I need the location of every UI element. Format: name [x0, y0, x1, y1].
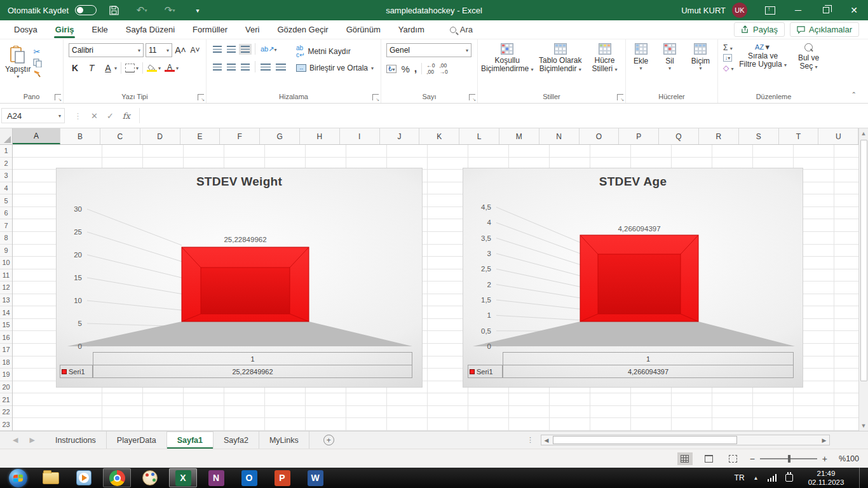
ribbon-tab-dosya[interactable]: Dosya — [5, 20, 46, 39]
cut-icon[interactable]: ✂ — [33, 47, 42, 57]
row-header-3[interactable]: 3 — [0, 170, 12, 182]
insert-function-icon[interactable]: fx — [123, 111, 130, 121]
row-header-2[interactable]: 2 — [0, 158, 12, 170]
row-header-17[interactable]: 17 — [0, 344, 12, 356]
font-dialog-launcher[interactable] — [198, 94, 204, 100]
paste-button[interactable]: Yapıştır ▾ — [5, 46, 31, 79]
column-header-C[interactable]: C — [100, 128, 140, 144]
column-header-K[interactable]: K — [419, 128, 459, 144]
number-dialog-launcher[interactable] — [469, 94, 475, 100]
find-select-button[interactable]: Bul ve Seç ▾ — [792, 43, 825, 72]
row-header-5[interactable]: 5 — [0, 194, 12, 207]
sheet-tab-mylinks[interactable]: MyLinks — [259, 431, 309, 449]
sheetbar-dots[interactable]: ⋮ — [527, 436, 541, 444]
taskbar-word-icon[interactable]: W — [301, 468, 329, 487]
taskbar-excel-icon[interactable]: X — [169, 468, 197, 487]
merge-center-button[interactable]: ↔ Birleştir ve Ortala ▾ — [296, 64, 374, 72]
customize-qat-icon[interactable]: ▾ — [187, 2, 208, 18]
styles-dialog-launcher[interactable] — [617, 94, 623, 100]
undo-icon[interactable]: ↶ ▾ — [131, 2, 153, 18]
align-center-icon[interactable] — [227, 64, 236, 71]
taskbar-paint-icon[interactable] — [136, 468, 164, 487]
orientation-icon[interactable]: ab↗▾ — [261, 45, 276, 53]
ribbon-tab-veri[interactable]: Veri — [236, 20, 268, 39]
fill-icon[interactable]: ↓▾ — [723, 54, 732, 62]
select-all-corner[interactable] — [0, 128, 13, 144]
column-header-O[interactable]: O — [580, 128, 620, 144]
autosum-icon[interactable]: Σ ▾ — [723, 43, 734, 52]
format-painter-icon[interactable] — [33, 69, 42, 78]
align-right-icon[interactable] — [241, 64, 250, 71]
taskbar-powerpoint-icon[interactable]: P — [268, 468, 296, 487]
redo-icon[interactable]: ↷ ▾ — [159, 2, 180, 18]
decrease-decimal-icon[interactable]: ,00→0 — [439, 62, 447, 75]
number-format-combo[interactable]: Genel▾ — [386, 43, 471, 57]
column-header-Q[interactable]: Q — [659, 128, 699, 144]
page-layout-view-button[interactable] — [702, 452, 717, 465]
row-header-14[interactable]: 14 — [0, 306, 12, 319]
sheet-tab-sayfa1[interactable]: Sayfa1 — [167, 431, 214, 449]
italic-button[interactable]: T — [85, 63, 98, 73]
show-desktop-button[interactable] — [859, 468, 865, 488]
alignment-dialog-launcher[interactable] — [372, 94, 379, 100]
column-header-E[interactable]: E — [180, 128, 220, 144]
align-middle-icon[interactable] — [227, 46, 236, 53]
ribbon-tab-giriş[interactable]: Giriş — [46, 20, 83, 39]
sheet-nav-left-icon[interactable]: ◀ — [13, 436, 18, 444]
column-header-U[interactable]: U — [818, 128, 858, 144]
accounting-format-icon[interactable]: ₺▾ — [386, 65, 397, 73]
ribbon-tab-gözden-geçir[interactable]: Gözden Geçir — [268, 20, 337, 39]
comments-button[interactable]: Açıklamalar — [790, 22, 859, 37]
power-icon[interactable] — [785, 474, 793, 482]
column-header-R[interactable]: R — [699, 128, 739, 144]
taskbar-media-player-icon[interactable] — [70, 468, 98, 487]
chart-stdev-weight[interactable]: 30252015105025,22849962STDEV Weight1Seri… — [56, 168, 423, 388]
row-header-9[interactable]: 9 — [0, 245, 12, 257]
column-header-S[interactable]: S — [739, 128, 779, 144]
row-header-18[interactable]: 18 — [0, 356, 12, 369]
font-color-button[interactable]: A▾ — [165, 64, 179, 72]
wrap-text-button[interactable]: abc↵ Metni Kaydır — [296, 44, 374, 58]
ribbon-tab-formüller[interactable]: Formüller — [184, 20, 236, 39]
format-as-table-button[interactable]: Tablo Olarak Biçimlendir ▾ — [534, 43, 587, 74]
column-header-T[interactable]: T — [779, 128, 819, 144]
zoom-in-icon[interactable]: + — [822, 454, 827, 464]
column-header-H[interactable]: H — [300, 128, 340, 144]
horizontal-scrollbar[interactable]: ◀ ▶ — [541, 435, 830, 445]
taskbar-onenote-icon[interactable]: N — [202, 468, 230, 487]
align-left-icon[interactable] — [213, 64, 222, 71]
enter-icon[interactable]: ✓ — [107, 111, 114, 121]
row-header-16[interactable]: 16 — [0, 331, 12, 344]
align-bottom-icon[interactable] — [241, 46, 250, 53]
sheet-tab-playerdata[interactable]: PlayerData — [107, 431, 167, 449]
taskbar-file-explorer-icon[interactable] — [37, 468, 65, 487]
delete-cells-button[interactable]: Sil▾ — [663, 43, 676, 71]
sheet-tab-sayfa2[interactable]: Sayfa2 — [214, 431, 259, 449]
row-header-23[interactable]: 23 — [0, 418, 12, 431]
bold-button[interactable]: K — [69, 63, 81, 73]
zoom-slider[interactable] — [760, 458, 817, 459]
cell-styles-button[interactable]: Hücre Stilleri ▾ — [587, 43, 623, 74]
formula-input[interactable] — [139, 108, 868, 123]
decrease-indent-icon[interactable] — [261, 64, 271, 71]
network-icon[interactable] — [768, 474, 777, 482]
comma-icon[interactable]: , — [414, 63, 417, 74]
row-header-15[interactable]: 15 — [0, 319, 12, 332]
user-avatar[interactable]: UK — [732, 3, 747, 18]
clock[interactable]: 21:49 02.11.2023 — [802, 469, 850, 487]
sheet-tab-instructions[interactable]: Instructions — [45, 431, 107, 449]
column-header-A[interactable]: A — [13, 128, 61, 144]
search-box[interactable]: Ara — [450, 25, 473, 34]
align-top-icon[interactable] — [213, 46, 222, 53]
row-header-1[interactable]: 1 — [0, 145, 12, 158]
increase-decimal-icon[interactable]: ←0,00 — [426, 62, 435, 75]
taskbar-chrome-icon[interactable] — [103, 468, 131, 487]
row-header-6[interactable]: 6 — [0, 207, 12, 220]
column-header-I[interactable]: I — [340, 128, 380, 144]
row-header-22[interactable]: 22 — [0, 406, 12, 419]
sheet-nav-right-icon[interactable]: ▶ — [29, 436, 34, 444]
chart-stdev-age[interactable]: 4,543,532,521,510,504,266094397STDEV Age… — [463, 168, 803, 388]
row-header-19[interactable]: 19 — [0, 369, 12, 381]
hidden-icons-icon[interactable]: ▲ — [754, 475, 759, 481]
conditional-formatting-button[interactable]: Koşullu Biçimlendirme ▾ — [480, 43, 534, 74]
